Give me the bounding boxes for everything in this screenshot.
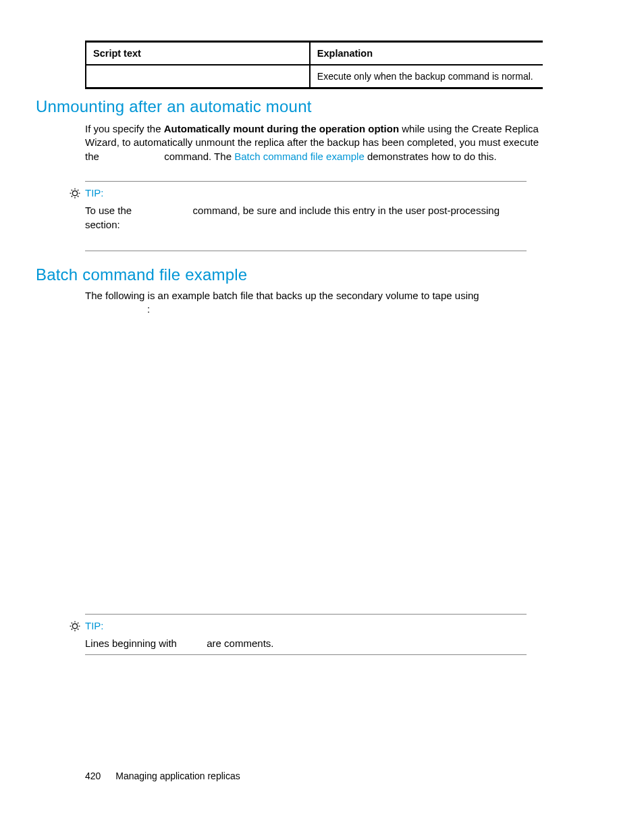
svg-line-8 bbox=[78, 196, 79, 197]
script-table: Script text Explanation Execute only whe… bbox=[85, 41, 543, 89]
paragraph-unmounting: If you specify the Automatically mount d… bbox=[85, 122, 543, 163]
tip-label: TIP: bbox=[85, 187, 104, 199]
svg-line-16 bbox=[72, 629, 73, 630]
text-fragment: If you specify the bbox=[85, 123, 164, 134]
lightbulb-icon bbox=[68, 187, 82, 203]
tip-box-2: TIP: Lines beginning with are comments. bbox=[85, 614, 527, 655]
page-number: 420 bbox=[85, 771, 101, 781]
page-footer: 420 Managing application replicas bbox=[85, 771, 240, 781]
svg-line-7 bbox=[72, 196, 73, 197]
horizontal-rule bbox=[85, 654, 527, 655]
text-fragment: To use the bbox=[85, 205, 134, 216]
tip-body: To use the command, be sure and include … bbox=[85, 203, 527, 232]
link-batch-example[interactable]: Batch command file example bbox=[234, 151, 365, 162]
text-fragment: : bbox=[147, 303, 150, 315]
svg-line-6 bbox=[78, 190, 79, 191]
table-cell-script bbox=[86, 65, 310, 88]
svg-line-14 bbox=[72, 623, 73, 624]
tip-body: Lines beginning with are comments. bbox=[85, 636, 527, 650]
text-fragment: command, be sure and include this entry … bbox=[85, 205, 500, 230]
svg-point-0 bbox=[73, 191, 78, 196]
heading-batch-example: Batch command file example bbox=[36, 265, 247, 284]
horizontal-rule bbox=[85, 251, 527, 251]
footer-section-title: Managing application replicas bbox=[115, 771, 240, 781]
lightbulb-icon bbox=[68, 620, 82, 635]
table-header-script-text: Script text bbox=[86, 42, 310, 66]
table-header-explanation: Explanation bbox=[310, 42, 543, 66]
svg-line-15 bbox=[78, 623, 79, 624]
text-fragment: command. The bbox=[161, 151, 234, 162]
svg-point-9 bbox=[73, 624, 78, 629]
heading-unmounting: Unmounting after an automatic mount bbox=[36, 97, 312, 116]
table-cell-explanation: Execute only when the backup command is … bbox=[310, 65, 543, 88]
text-fragment: Lines beginning with bbox=[85, 637, 180, 649]
tip-box-1: TIP: To use the command, be sure and inc… bbox=[85, 181, 527, 251]
svg-line-5 bbox=[72, 190, 73, 191]
text-fragment: demonstrates how to do this. bbox=[365, 151, 497, 162]
text-fragment: are comments. bbox=[204, 637, 273, 649]
text-fragment: The following is an example batch file t… bbox=[85, 290, 479, 301]
svg-line-17 bbox=[78, 629, 79, 630]
bold-option-text: Automatically mount during the operation… bbox=[164, 123, 399, 134]
paragraph-batch-example: The following is an example batch file t… bbox=[85, 289, 543, 317]
tip-label: TIP: bbox=[85, 620, 104, 631]
